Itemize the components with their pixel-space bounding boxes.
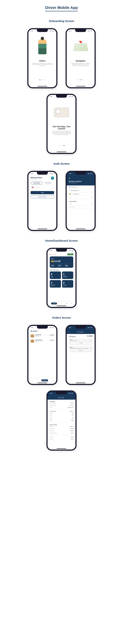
status-time: 9:41 [69,30,71,32]
status-time: 9:41 [50,393,52,394]
nav-profile[interactable]: ☰ [71,302,72,304]
nav-home[interactable]: ⌂ Home [51,302,57,304]
chevron-down-icon[interactable]: ▾ [91,347,91,348]
name-value: Demo Driver 2 [71,187,77,188]
close-icon[interactable]: ✕ [69,177,92,179]
nav-profile[interactable]: ☰ [52,379,53,382]
phone-onboarding-1: 9:41 ●●● ▲ ■ Orders The easiest way to m… [27,28,58,88]
home-indicator[interactable] [76,229,86,229]
order-price-value: $ 129.89 [87,335,92,338]
arrived-button[interactable]: 📍 Arrived [70,342,91,344]
login-button[interactable]: Login [30,191,54,194]
order-row-1[interactable]: #DDJqBFF0IL PayWin 14 Nov 2024 $ 129.89 … [30,333,54,338]
phone-field[interactable]: +91 9876543210 [69,192,92,196]
progress-dots[interactable] [30,80,54,80]
onboarding-row-2: 9:41 ●●● ▲ ■ Your Earnings, Your Control… [0,94,123,154]
home-indicator[interactable] [57,306,66,306]
home-indicator[interactable] [57,152,66,152]
vehicle-select[interactable]: Select ▾ [69,202,92,206]
status-icons: ●●● ▲ ■ [68,250,73,251]
home-indicator[interactable] [76,383,86,383]
welcome-subtitle: Login to continue [30,178,42,180]
home-indicator[interactable] [76,86,86,86]
kv-length: Length≈ 50 [50,417,73,419]
onboard-title-1: Orders [30,60,54,62]
nav-history[interactable]: ▤ History [41,379,48,382]
progress-dots[interactable] [50,146,73,146]
email-field[interactable]: ✉ driver2@demo.com [69,189,92,192]
home-row: 9:41 ●●● ▲ ■ You are Offline Go Online E… [0,248,123,308]
order-id-value: #DDJqBFF0IL [69,336,76,338]
offline-status: You are Offline [50,254,56,255]
chevron-down-icon[interactable]: ▾ [91,340,91,341]
stop-address: Lorem Street, Pandora [70,340,91,341]
online-status-row: You are Offline Go Online [50,254,73,255]
home-indicator[interactable] [38,86,47,86]
tile-week[interactable]: 1 This Week Orders [62,272,73,279]
kv-cod: Cash On DeliveryCollected [50,404,73,406]
home-indicator[interactable] [38,383,47,383]
flag-in-icon[interactable] [69,194,71,194]
nav-home[interactable]: ⌂ [32,379,32,382]
eye-icon[interactable]: 👁 [91,197,92,198]
nav-orders[interactable]: ⬚ [36,379,38,382]
order-date: 14 Nov 2024 [35,341,49,342]
tile-month[interactable]: 2 This Month Orders [50,280,61,288]
location-icon: 📍 [79,342,80,344]
earnings-label: Earnings [51,258,72,258]
password-field[interactable]: •••••••• 👁 [69,196,92,199]
package-icon [30,334,34,338]
package-icon [30,340,34,342]
country-code[interactable]: +1 [34,187,36,188]
go-online-button[interactable]: Go Online [68,254,73,255]
stop-2[interactable]: Place 2 Plot 2/3 Hotel Savarna Homestays… [69,346,92,352]
tile-year[interactable]: 2 This Year Orders [62,280,73,288]
flag-icon[interactable] [32,187,34,188]
status-time: 9:41 [69,173,71,174]
phone-input[interactable]: +1 Phone [30,186,54,189]
auth-row: 9:41 ●●● ▲ ■ Welcome Back Login to conti… [0,171,123,231]
phone-onboarding-2: 9:41 ●●● ▲ ■ Navigation Real-time update… [66,28,96,88]
home-indicator[interactable] [57,448,66,449]
notch [56,249,67,252]
status-icons: ●●● ▲ ■ [50,173,54,174]
section-home-title: Home/Dashboard Screen [0,239,123,242]
phone-login: 9:41 ●●● ▲ ■ Welcome Back Login to conti… [27,171,58,231]
status-icons: ●●● ▲ ■ [88,30,92,32]
referral-field[interactable]: Referral Code [69,206,92,209]
delivered-button[interactable]: Delivered [70,350,91,352]
earnings-stats: This Week$ 0.00 This Month$ 34.77 This Y… [51,264,72,266]
progress-dots[interactable] [69,80,92,80]
vehicle-details-label: Vehicle Details [69,201,92,202]
details-header: ‹ Order Details [48,396,76,400]
illustration-map [69,36,92,57]
nav-wallet[interactable]: ▤ [66,302,67,304]
tab-email[interactable]: Email Address [42,182,54,184]
app-logo-icon [51,176,54,180]
home-indicator[interactable] [38,229,47,229]
bottom-nav: ⌂ Home ⬚ ▤ ☰ [49,302,74,305]
wallet-icon: 💳 [51,260,54,262]
notch [37,326,48,329]
tab-phone[interactable]: Phone Number [31,182,42,184]
back-icon[interactable]: ‹ [49,396,50,398]
onboard-title-2: Navigation [69,60,92,62]
page-title: Driver Mobile App [0,6,123,10]
summary-grid: 0 Today Orders 1 This Week Orders 2 This… [50,272,73,288]
tile-today[interactable]: 0 Today Orders [50,272,61,279]
stop-1[interactable]: Place 1 Lorem Street, Pandora ▾ 📍 Arrive… [69,338,92,345]
order-status: Delivered [50,336,54,336]
nav-orders[interactable]: ⬚ [61,302,62,304]
order-row-2[interactable]: #MIFHyQ0AQwc PayWin 14 Nov 2024 $ 234.92 [30,338,54,344]
back-icon[interactable]: ‹ [68,331,69,333]
login-method-tabs[interactable]: Phone Number Email Address [30,182,54,184]
status-time: 9:41 [31,173,33,174]
user-icon: 👤 [69,186,70,188]
status-time: 9:41 [50,250,52,251]
mail-icon: ✉ [69,190,70,191]
become-partner-button[interactable]: Become a partner [30,195,54,198]
section-orders-title: Orders Screen [0,316,123,319]
id-price-row: Order ID #DDJqBFF0IL $ 129.89 [69,335,92,338]
home-icon: ⌂ [52,303,53,304]
name-field[interactable]: 👤 Demo Driver 2 [69,186,92,189]
